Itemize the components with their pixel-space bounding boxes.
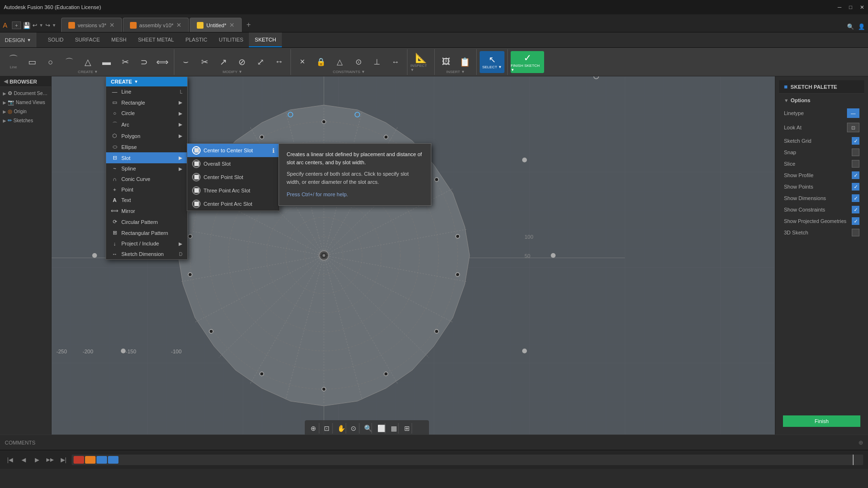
slice-check[interactable] xyxy=(852,160,859,168)
new-btn[interactable]: + xyxy=(12,21,21,29)
timeline-prev-start[interactable]: |◀ xyxy=(5,455,15,465)
tool-measure[interactable]: 📐 INSPECT ▼ xyxy=(410,51,431,73)
new-tab-btn[interactable]: + xyxy=(243,21,255,32)
create-label[interactable]: CREATE ▼ xyxy=(78,70,98,74)
show-dimensions-check[interactable]: ✓ xyxy=(852,194,859,202)
timeline-next[interactable]: ▶▶ xyxy=(45,455,55,465)
select-btn[interactable]: ↖ SELECT ▼ xyxy=(480,51,504,73)
menu-item-line[interactable]: — Line L xyxy=(106,86,187,97)
design-dropdown[interactable]: DESIGN ▼ xyxy=(0,32,36,47)
timeline-item-1[interactable] xyxy=(74,456,84,464)
timeline-track[interactable] xyxy=(72,455,863,465)
tool-horiz[interactable]: ↔ xyxy=(387,51,404,73)
tab-solid[interactable]: SOLID xyxy=(42,32,69,47)
tab-close[interactable]: ✕ xyxy=(176,21,182,29)
undo-dropdown[interactable]: ▼ xyxy=(39,23,43,28)
tab-assembly[interactable]: assembly v10* ✕ xyxy=(123,18,189,32)
tab-close[interactable]: ✕ xyxy=(229,21,235,29)
account-btn[interactable]: 👤 xyxy=(858,23,865,30)
3d-sketch-check[interactable] xyxy=(852,229,859,236)
timeline-item-4[interactable] xyxy=(108,456,118,464)
timeline-prev[interactable]: ◀ xyxy=(18,455,29,465)
expand-icon[interactable]: ◀ xyxy=(4,78,8,85)
menu-item-rect-pattern[interactable]: ⊞ Rectangular Pattern xyxy=(106,227,187,238)
tool-scale[interactable]: ⤢ xyxy=(252,51,269,73)
redo-dropdown[interactable]: ▼ xyxy=(52,23,56,28)
timeline-play[interactable]: ▶ xyxy=(32,455,42,465)
menu-item-circular-pattern[interactable]: ⟳ Circular Pattern xyxy=(106,216,187,227)
tool-arc[interactable]: ⌒ xyxy=(61,51,78,73)
tool-rect[interactable]: ▭ xyxy=(23,51,41,73)
tool-perp[interactable]: ⊥ xyxy=(368,51,386,73)
tab-surface[interactable]: SURFACE xyxy=(69,32,106,47)
menu-item-polygon[interactable]: ⬡ Polygon ▶ xyxy=(106,130,187,141)
create-menu-header[interactable]: CREATE ▼ xyxy=(106,77,187,86)
menu-item-ellipse[interactable]: ⬭ Ellipse xyxy=(106,141,187,152)
tool-offset2[interactable]: ↔ xyxy=(270,51,288,73)
canvas[interactable]: 100 50 R75.00 -250 -250 -200 -150 -100 xyxy=(52,76,775,435)
menu-item-circle[interactable]: ○ Circle ▶ xyxy=(106,108,187,118)
tool-lock[interactable]: 🔒 xyxy=(312,51,330,73)
search-btn[interactable]: 🔍 xyxy=(847,23,854,30)
menu-item-mirror[interactable]: ⟺ Mirror xyxy=(106,205,187,216)
options-header[interactable]: ▼ Options xyxy=(784,97,859,103)
tool-trim[interactable]: ✂ xyxy=(117,51,134,73)
ctc-info-btn[interactable]: ℹ xyxy=(272,147,275,154)
timeline-item-3[interactable] xyxy=(96,456,107,464)
slot-item-center-to-center[interactable]: ⬜ Center to Center Slot ℹ xyxy=(187,144,279,157)
tab-mesh[interactable]: MESH xyxy=(106,32,132,47)
tab-utilities[interactable]: UTILITIES xyxy=(213,32,249,47)
undo-btn[interactable]: ↩ xyxy=(32,22,37,29)
tool-mirror[interactable]: ⟺ xyxy=(154,51,171,73)
snap-check[interactable] xyxy=(852,149,859,156)
slot-item-center-point[interactable]: ⬜ Center Point Slot xyxy=(187,170,279,184)
close-btn[interactable]: ✕ xyxy=(860,4,864,11)
minimize-btn[interactable]: ─ xyxy=(838,4,842,11)
show-profile-check[interactable]: ✓ xyxy=(852,171,859,179)
constraints-label[interactable]: CONSTRAINTS ▼ xyxy=(333,70,365,74)
tool-line[interactable]: ⌒ Line xyxy=(5,51,22,73)
menu-item-sketch-dim[interactable]: ↔ Sketch Dimension D xyxy=(106,249,187,259)
menu-item-text[interactable]: A Text xyxy=(106,195,187,205)
show-points-check[interactable]: ✓ xyxy=(852,183,859,191)
slot-item-center-point-arc[interactable]: ⬜ Center Point Arc Slot xyxy=(187,197,279,211)
menu-item-spline[interactable]: ~ Spline ▶ xyxy=(106,163,187,174)
finish-sketch-btn[interactable]: ✓ FINISH SKETCH ▼ xyxy=(511,51,544,73)
comments-expand[interactable]: ⊕ xyxy=(858,439,863,446)
browser-item-sketches[interactable]: ▶ ✏ Sketches xyxy=(0,116,51,125)
modify-label[interactable]: MODIFY ▼ xyxy=(223,70,242,74)
insert-label[interactable]: INSERT ▼ xyxy=(446,70,465,74)
menu-item-project[interactable]: ↓ Project / Include ▶ xyxy=(106,238,187,249)
menu-item-rectangle[interactable]: ▭ Rectangle ▶ xyxy=(106,97,187,108)
menu-item-arc[interactable]: ⌒ Arc ▶ xyxy=(106,118,187,130)
redo-btn[interactable]: ↪ xyxy=(45,22,50,29)
slot-item-overall[interactable]: ⬜ Overall Slot xyxy=(187,157,279,170)
finish-sketch-palette-btn[interactable]: Finish xyxy=(783,415,860,427)
show-constraints-check[interactable]: ✓ xyxy=(852,206,859,213)
tab-close[interactable]: ✕ xyxy=(109,21,115,29)
tab-sketch[interactable]: SKETCH xyxy=(249,32,282,47)
timeline-next-end[interactable]: ▶| xyxy=(58,455,69,465)
menu-item-point[interactable]: + Point xyxy=(106,184,187,195)
browser-item-named-views[interactable]: ▶ 📷 Named Views xyxy=(0,98,51,107)
browser-item-origin[interactable]: ▶ ◎ Origin xyxy=(0,107,51,116)
tool-offset[interactable]: ⊃ xyxy=(135,51,152,73)
tab-versions[interactable]: versions v3* ✕ xyxy=(61,18,122,32)
lookat-btn[interactable]: ⊡ xyxy=(847,123,859,132)
linetype-btn[interactable]: — xyxy=(847,108,859,118)
tool-fillet[interactable]: ⌣ xyxy=(177,51,194,73)
tool-trim2[interactable]: ✂ xyxy=(196,51,213,73)
save-btn[interactable]: 💾 xyxy=(23,22,31,29)
tab-plastic[interactable]: PLASTIC xyxy=(180,32,213,47)
menu-item-slot[interactable]: ⊟ Slot ▶ xyxy=(106,152,187,163)
tab-sheet-metal[interactable]: SHEET METAL xyxy=(132,32,180,47)
tab-untitled[interactable]: Untitled* ✕ xyxy=(190,18,242,32)
slot-item-three-point[interactable]: ⬜ Three Point Arc Slot xyxy=(187,184,279,197)
sketch-grid-check[interactable]: ✓ xyxy=(852,137,859,145)
maximize-btn[interactable]: □ xyxy=(849,4,852,11)
tool-circle[interactable]: ○ xyxy=(42,51,59,73)
browser-item-doc-settings[interactable]: ▶ ⚙ Document Settings xyxy=(0,89,51,98)
tool-coincident[interactable]: × xyxy=(294,51,311,73)
timeline-item-2[interactable] xyxy=(85,456,96,464)
show-projected-check[interactable]: ✓ xyxy=(852,217,859,225)
